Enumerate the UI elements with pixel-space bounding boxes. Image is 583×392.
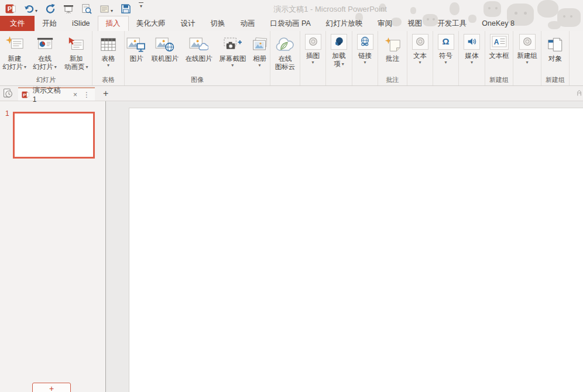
group-links: 链接 ▾ xyxy=(352,31,378,85)
comment-button[interactable]: 批注 xyxy=(378,31,407,75)
tab-islide[interactable]: iSlide xyxy=(64,16,98,31)
tab-insert[interactable]: 插入 xyxy=(98,16,129,31)
dropdown-arrow-icon: ▾ xyxy=(471,60,473,65)
print-preview-button[interactable] xyxy=(81,2,92,14)
group-label-empty xyxy=(513,75,541,85)
online-slide-button[interactable]: 在线 幻灯片▾ xyxy=(29,31,61,75)
tab-slide-show[interactable]: 幻灯片放映 xyxy=(318,16,371,31)
textbox-button[interactable]: A 文本框 xyxy=(485,31,513,75)
recent-documents-button[interactable] xyxy=(3,88,13,98)
quick-access-toolbar: P ▾ xyxy=(0,2,143,14)
button-label: 相册 xyxy=(253,54,266,63)
button-label: 图标云 xyxy=(275,63,296,71)
slideshow-button[interactable] xyxy=(63,2,74,14)
group-images: 图片 联机图片 xyxy=(125,31,270,85)
text-icon xyxy=(412,34,428,50)
photo-album-button[interactable]: 相册 ▾ xyxy=(249,31,270,75)
new-group-icon xyxy=(519,34,536,50)
link-button[interactable]: 链接 ▾ xyxy=(352,31,378,75)
tab-view[interactable]: 视图 xyxy=(400,16,430,31)
tab-onekey[interactable]: OneKey 8 xyxy=(474,16,522,31)
tab-menu-icon[interactable]: ⋮ xyxy=(83,91,90,99)
addin-button[interactable]: 加载 项▾ xyxy=(326,31,352,75)
object-icon xyxy=(547,32,564,54)
button-label: 对象 xyxy=(548,54,562,63)
button-label: 屏幕截图 xyxy=(219,54,246,63)
group-label-table: 表格 xyxy=(92,75,124,85)
tab-beautify-master[interactable]: 美化大师 xyxy=(129,16,173,31)
online-icon-cloud-button[interactable]: 在线 图标云 xyxy=(270,31,300,75)
screenshot-icon xyxy=(223,32,242,54)
text-button[interactable]: 文本 ▾ xyxy=(407,31,433,75)
tab-review[interactable]: 审阅 xyxy=(370,16,400,31)
plus-icon: + xyxy=(49,384,54,392)
dropdown-arrow-icon: ▾ xyxy=(54,64,57,70)
online-picture-icon xyxy=(155,32,174,54)
group-label-empty xyxy=(326,75,352,85)
button-label: 文本 xyxy=(413,51,427,60)
document-tab[interactable]: P 演示文稿1 × ⋮ xyxy=(18,87,95,101)
dropdown-arrow-icon: ▾ xyxy=(444,60,447,65)
table-button[interactable]: 表格 ▾ xyxy=(94,31,123,75)
media-button[interactable]: 媒体 ▾ xyxy=(459,31,485,75)
group-addin: 加载 项▾ xyxy=(326,31,352,85)
new-form-button[interactable]: ▾ xyxy=(100,2,113,14)
symbol-button[interactable]: Ω 符号 ▾ xyxy=(433,31,458,75)
slideshow-icon xyxy=(63,4,74,14)
tab-developer[interactable]: 开发工具 xyxy=(430,16,474,31)
dropdown-arrow-icon: ▾ xyxy=(363,60,366,65)
object-button[interactable]: 对象 xyxy=(541,31,569,75)
group-label-empty xyxy=(352,75,378,85)
textbox-icon: A xyxy=(490,34,509,50)
dropdown-arrow-icon: ▾ xyxy=(526,60,528,65)
new-slide-panel-button[interactable]: + xyxy=(32,383,71,392)
button-label: 在线图片 xyxy=(185,54,212,63)
comment-icon xyxy=(384,32,402,54)
group-comments: 批注 批注 xyxy=(378,31,407,85)
undo-button[interactable]: ▾ xyxy=(23,2,37,14)
group-illustration: 插图 ▾ xyxy=(300,31,326,85)
tab-pocket-animation[interactable]: 口袋动画 PA xyxy=(263,16,318,31)
close-tab-icon[interactable]: × xyxy=(73,91,77,99)
new-document-tab-button[interactable]: + xyxy=(103,89,108,98)
slide-canvas[interactable] xyxy=(129,108,583,392)
tab-animations[interactable]: 动画 xyxy=(233,16,263,31)
group-slides: 新建 幻灯片▾ 在 xyxy=(0,31,92,85)
document-clock-icon xyxy=(3,88,13,98)
qat-customize-button[interactable]: ▾ xyxy=(139,2,143,14)
new-slide-button[interactable]: 新建 幻灯片▾ xyxy=(0,31,29,75)
new-group-button[interactable]: 新建组 ▾ xyxy=(513,31,541,75)
tab-design[interactable]: 设计 xyxy=(173,16,203,31)
group-table: 表格 ▾ 表格 xyxy=(92,31,125,85)
tab-home[interactable]: 开始 xyxy=(35,16,64,31)
table-icon xyxy=(100,32,117,54)
button-label: 联机图片 xyxy=(152,54,179,63)
powerpoint-logo-button[interactable]: P xyxy=(5,2,16,14)
dropdown-arrow-icon: ▾ xyxy=(107,63,109,68)
link-icon xyxy=(357,34,373,50)
web-picture-button[interactable]: 在线图片 xyxy=(182,31,216,75)
screenshot-button[interactable]: 屏幕截图 ▾ xyxy=(215,31,249,75)
button-label: 在线 xyxy=(279,54,292,63)
new-animation-page-button[interactable]: 新加 动画页▾ xyxy=(60,31,92,75)
undo-icon xyxy=(23,4,35,14)
document-tab-bar: P 演示文稿1 × ⋮ + xyxy=(0,86,583,101)
redo-button[interactable] xyxy=(45,2,56,14)
slide-thumbnail[interactable] xyxy=(13,112,95,159)
illustration-button[interactable]: 插图 ▾ xyxy=(300,31,325,75)
ribbon: 新建 幻灯片▾ 在 xyxy=(0,31,583,86)
picture-button[interactable]: 图片 xyxy=(125,31,148,75)
tab-file[interactable]: 文件 xyxy=(0,16,35,31)
group-newgroup: 新建组 ▾ xyxy=(513,31,541,85)
group-media: 媒体 ▾ xyxy=(459,31,485,85)
button-label: 动画页▾ xyxy=(64,63,88,71)
tab-transitions[interactable]: 切换 xyxy=(203,16,233,31)
group-label-empty xyxy=(459,75,485,85)
save-button[interactable] xyxy=(121,2,131,14)
button-label: 符号 xyxy=(439,51,452,60)
online-picture-button[interactable]: 联机图片 xyxy=(148,31,182,75)
addin-icon xyxy=(331,34,347,50)
dropdown-arrow-icon: ▾ xyxy=(231,63,234,68)
group-label-empty xyxy=(407,75,433,85)
slides-panel: 1 + xyxy=(0,101,106,392)
